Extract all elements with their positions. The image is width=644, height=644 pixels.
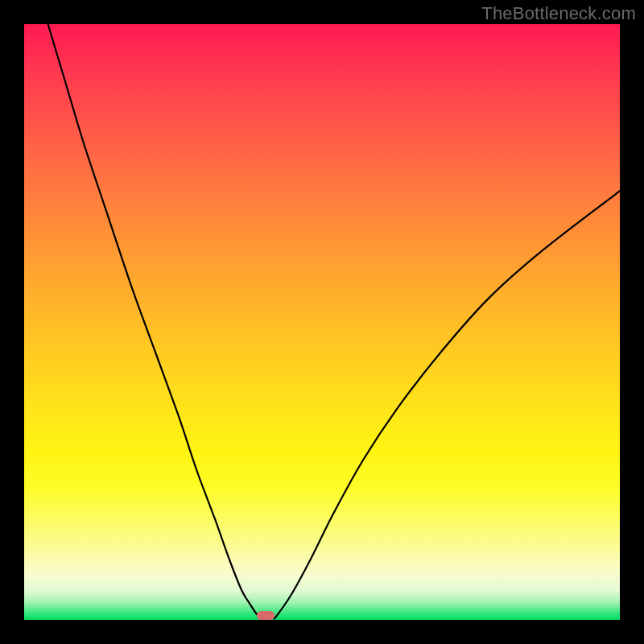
- plot-area: [24, 24, 620, 620]
- frame: TheBottleneck.com: [0, 0, 644, 644]
- curve-left-branch: [48, 24, 262, 619]
- watermark: TheBottleneck.com: [481, 3, 636, 24]
- bottleneck-curve: [24, 24, 620, 620]
- curve-right-branch: [275, 191, 620, 618]
- bottleneck-marker: [257, 611, 275, 620]
